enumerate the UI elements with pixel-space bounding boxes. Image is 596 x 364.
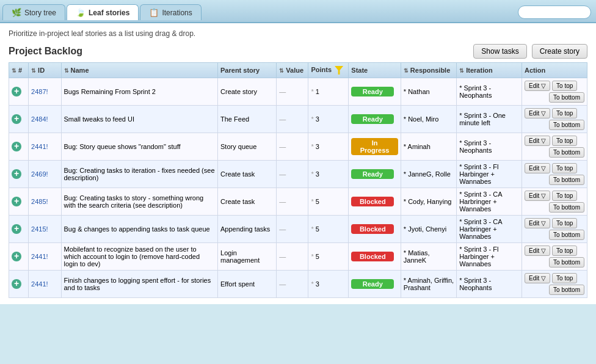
show-tasks-button[interactable]: Show tasks (473, 44, 526, 59)
add-row-button[interactable]: + (12, 142, 21, 151)
value-text: — (279, 198, 286, 205)
to-top-button[interactable]: To top (552, 108, 577, 118)
row-points: * 5 (308, 188, 349, 216)
create-story-button[interactable]: Create story (532, 44, 587, 59)
row-parent-story: Login management (218, 243, 277, 271)
story-id-link[interactable]: 2485! (31, 198, 48, 205)
value-text: — (279, 170, 286, 178)
tab-bar: 🌿 Story tree 🍃 Leaf stories 📋 Iterations (0, 0, 596, 23)
iterations-icon: 📋 (149, 8, 159, 17)
edit-button[interactable]: Edit ▽ (525, 81, 550, 91)
responsible-text: * Noel, Miro (404, 115, 438, 123)
edit-button[interactable]: Edit ▽ (525, 218, 550, 228)
row-id: 2487! (29, 78, 61, 106)
add-row-button[interactable]: + (12, 252, 21, 261)
to-top-button[interactable]: To top (552, 191, 577, 201)
tab-story-tree[interactable]: 🌿 Story tree (2, 4, 65, 20)
row-points: * 3 (308, 133, 349, 161)
add-row-button[interactable]: + (12, 197, 21, 206)
row-points: * 3 (308, 161, 349, 188)
row-responsible: * Aminah (401, 133, 456, 161)
stories-table: ⇅ # ⇅ ID ⇅ Name Parent story ⇅ Value Poi… (9, 62, 587, 298)
story-id-link[interactable]: 2484! (31, 115, 48, 123)
row-responsible: * JanneG, Rolle (401, 161, 456, 188)
table-header-row: ⇅ # ⇅ ID ⇅ Name Parent story ⇅ Value Poi… (9, 63, 587, 78)
row-parent-story: Create story (218, 78, 277, 106)
to-top-button[interactable]: To top (552, 246, 577, 256)
col-header-name[interactable]: ⇅ Name (61, 63, 218, 78)
action-buttons: Edit ▽ To top To bottom (525, 81, 584, 103)
row-value: — (277, 161, 308, 188)
points-value: 5 (316, 225, 319, 233)
story-id-link[interactable]: 2441! (31, 280, 48, 288)
to-top-button[interactable]: To top (552, 218, 577, 228)
row-action: Edit ▽ To top To bottom (522, 106, 587, 133)
responsible-text: * JanneG, Rolle (404, 170, 451, 178)
to-bottom-button[interactable]: To bottom (549, 147, 584, 158)
edit-button[interactable]: Edit ▽ (525, 108, 550, 118)
search-input[interactable] (518, 5, 591, 19)
row-iteration: * Sprint 3 - CA Harbringer + Wannabes (457, 188, 522, 216)
state-badge: Ready (351, 279, 394, 289)
row-value: — (277, 106, 308, 133)
to-bottom-button[interactable]: To bottom (549, 92, 584, 103)
to-bottom-button[interactable]: To bottom (549, 120, 584, 130)
col-header-points: Points (308, 63, 349, 78)
add-row-button[interactable]: + (12, 87, 21, 96)
edit-button[interactable]: Edit ▽ (525, 246, 550, 256)
edit-button[interactable]: Edit ▽ (525, 163, 550, 173)
row-state: Ready (349, 78, 401, 106)
to-top-button[interactable]: To top (552, 163, 577, 173)
row-add-btn-cell: + (9, 78, 29, 106)
row-name: Finish changes to logging spent effort -… (61, 271, 218, 298)
edit-button[interactable]: Edit ▽ (525, 136, 550, 146)
col-header-value[interactable]: ⇅ Value (277, 63, 308, 78)
iteration-text: * Sprint 3 - Fl Harbinger + Wannabes (459, 163, 498, 185)
page-description: Prioritize in-project leaf stories as a … (9, 29, 587, 38)
col-header-id[interactable]: ⇅ ID (29, 63, 61, 78)
add-row-button[interactable]: + (12, 114, 21, 124)
add-row-button[interactable]: + (12, 279, 21, 289)
story-id-link[interactable]: 2487! (31, 88, 48, 95)
to-bottom-button[interactable]: To bottom (549, 285, 584, 295)
row-value: — (277, 243, 308, 271)
points-value: 1 (316, 88, 319, 95)
edit-button[interactable]: Edit ▽ (525, 273, 550, 283)
add-row-button[interactable]: + (12, 224, 21, 234)
tab-iterations[interactable]: 📋 Iterations (140, 4, 201, 20)
table-row: + 2441! Mobilefant to recognize based on… (9, 243, 587, 271)
state-badge: Blocked (351, 197, 394, 206)
col-header-responsible[interactable]: ⇅ Responsible (401, 63, 456, 78)
col-header-iteration[interactable]: ⇅ Iteration (457, 63, 522, 78)
row-state: Blocked (349, 243, 401, 271)
edit-button[interactable]: Edit ▽ (525, 191, 550, 201)
table-row: + 2487! Bugs Remaining From Sprint 2 Cre… (9, 78, 587, 106)
action-buttons: Edit ▽ To top To bottom (525, 136, 584, 158)
to-bottom-button[interactable]: To bottom (549, 175, 584, 185)
add-row-button[interactable]: + (12, 169, 21, 179)
to-top-button[interactable]: To top (552, 273, 577, 283)
to-top-button[interactable]: To top (552, 136, 577, 146)
to-bottom-button[interactable]: To bottom (549, 230, 584, 240)
row-action: Edit ▽ To top To bottom (522, 243, 587, 271)
tab-leaf-stories[interactable]: 🍃 Leaf stories (67, 4, 139, 20)
to-top-button[interactable]: To top (552, 81, 577, 91)
table-row: + 2415! Bug & changes to appending tasks… (9, 216, 587, 243)
row-id: 2484! (29, 106, 61, 133)
to-bottom-button[interactable]: To bottom (549, 257, 584, 268)
value-text: — (279, 225, 286, 233)
row-state: In Progress (349, 133, 401, 161)
story-id-link[interactable]: 2441! (31, 143, 48, 150)
action-buttons: Edit ▽ To top To bottom (525, 108, 584, 130)
row-id: 2441! (29, 271, 61, 298)
row-responsible: * Cody, Hanying (401, 188, 456, 216)
story-id-link[interactable]: 2415! (31, 225, 48, 233)
story-name-text: Small tweaks to feed UI (64, 115, 135, 123)
points-value: 3 (316, 280, 319, 288)
story-id-link[interactable]: 2441! (31, 253, 48, 260)
story-id-link[interactable]: 2469! (31, 170, 48, 178)
row-add-btn-cell: + (9, 216, 29, 243)
responsible-text: * Jyoti, Chenyi (404, 225, 446, 233)
to-bottom-button[interactable]: To bottom (549, 202, 584, 213)
row-iteration: * Sprint 3 - Neophants (457, 271, 522, 298)
